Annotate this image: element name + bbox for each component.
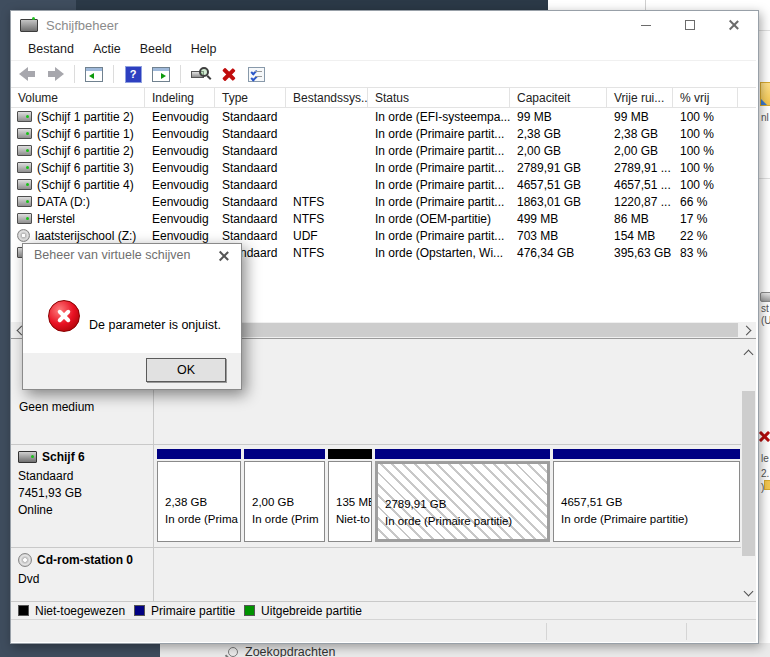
scroll-right-button[interactable] [739,322,756,338]
window-title: Schijfbeheer [46,18,118,33]
volume-free: 154 MB [607,229,673,243]
vertical-scrollbar[interactable] [741,345,756,601]
error-icon [48,300,80,332]
legend-bar: Niet-toegewezen Primaire partitie Uitgeb… [11,601,756,619]
column-header[interactable]: Type [215,88,286,107]
column-header[interactable]: Vrije rui... [607,88,673,107]
menu-item[interactable]: Actie [84,40,131,59]
show-action-pane-button[interactable] [149,64,173,84]
volume-type: Standaard [215,110,286,124]
volume-row[interactable]: DATA (D:) Eenvoudig Standaard NTFS In or… [11,193,756,210]
volume-row[interactable]: (Schijf 1 partitie 2) Eenvoudig Standaar… [11,108,756,125]
show-console-tree-button[interactable] [82,64,106,84]
rescan-disks-button[interactable] [188,64,212,84]
toolbar: ? [11,61,756,88]
volume-list-header: Volume Indeling Type Bestandssys... Stat… [11,88,756,108]
partition-block[interactable]: 135 MB Niet-to [328,449,372,542]
volume-filesystem: UDF [286,229,368,243]
action-pane-icon [152,67,170,82]
scroll-up-button[interactable] [741,345,756,361]
maximize-button[interactable] [668,11,712,39]
help-button[interactable]: ? [121,64,145,84]
volume-capacity: 2,00 GB [510,144,607,158]
volume-status: In orde (Primaire partit... [368,195,510,209]
delete-button[interactable] [216,64,240,84]
volume-list-rows: (Schijf 1 partitie 2) Eenvoudig Standaar… [11,108,756,261]
volume-pct-free: 100 % [673,110,738,124]
close-button[interactable] [712,11,756,39]
volume-pct-free: 22 % [673,229,738,243]
volume-row[interactable]: (Schijf 6 partitie 2) Eenvoudig Standaar… [11,142,756,159]
partition-type-bar [553,449,740,459]
legend-label: Primaire partitie [151,604,235,618]
partition-block[interactable]: 2,38 GB In orde (Prima [157,449,241,542]
scroll-down-button[interactable] [741,585,756,601]
volume-status: In orde (Primaire partit... [368,178,510,192]
volume-free: 2,38 GB [607,127,673,141]
minimize-button[interactable] [624,11,668,39]
legend-item: Uitgebreide partitie [244,604,362,618]
column-header[interactable]: Volume [11,88,145,107]
background-explorer-strip: nl st (U le 2. ) [758,10,770,643]
disk-name: Cd-rom-station 0 [37,553,133,567]
background-explorer-bottom: Zoekopdrachten [160,643,770,657]
back-icon [19,67,36,81]
dialog-close-icon[interactable] [211,246,237,265]
column-header[interactable]: Status [368,88,510,107]
volume-status: In orde (OEM-partitie) [368,212,510,226]
volume-type: Standaard [215,195,286,209]
partition-status: Niet-to [336,511,372,528]
desktop-strip-left [0,10,10,643]
disk-management-app-icon [20,19,38,32]
vertical-scrollbar-thumb[interactable] [742,391,755,556]
clipped-text: 2. [761,468,769,479]
disk-row-schijf6: Schijf 6 Standaard 7451,93 GB Online 2,3… [11,444,756,547]
disk-info-panel[interactable]: Cd-rom-station 0 Dvd [11,548,153,601]
menu-item[interactable]: Bestand [19,40,84,59]
toolbar-separator [74,65,75,83]
column-header[interactable]: % vrij [673,88,738,107]
volume-status: In orde (Opstarten, Wi... [368,246,510,260]
partition-block[interactable]: 2,00 GB In orde (Prim [244,449,325,542]
volume-capacity: 1863,01 GB [510,195,607,209]
volume-status: In orde (Primaire partit... [368,161,510,175]
volume-pct-free: 100 % [673,178,738,192]
partition-body: 2,38 GB In orde (Prima [157,461,241,542]
column-header[interactable]: Bestandssys... [286,88,368,107]
volume-row[interactable]: Herstel Eenvoudig Standaard NTFS In orde… [11,210,756,227]
partition-block[interactable]: 4657,51 GB In orde (Primaire partitie) [553,449,740,542]
volume-row[interactable]: (Schijf 6 partitie 1) Eenvoudig Standaar… [11,125,756,142]
desktop-strip-top [76,0,548,10]
volume-capacity: 703 MB [510,229,607,243]
forward-button[interactable] [43,64,67,84]
partition-size: 2789,91 GB [385,496,512,513]
volume-row[interactable]: (Schijf 6 partitie 3) Eenvoudig Standaar… [11,159,756,176]
column-header[interactable]: Indeling [145,88,215,107]
properties-button[interactable] [244,64,268,84]
volume-row[interactable]: laatsterijschool (Z:) Eenvoudig Standaar… [11,227,756,244]
dialog-title-bar[interactable]: Beheer van virtuele schijven [23,244,241,266]
volume-layout: Eenvoudig [145,110,215,124]
search-icon [228,647,238,657]
partition-size: 2,38 GB [165,494,238,511]
back-button[interactable] [15,64,39,84]
column-header[interactable]: Capaciteit [510,88,607,107]
properties-list-icon [248,67,265,82]
volume-icon [17,128,32,139]
volume-row[interactable]: (Schijf 6 partitie 4) Eenvoudig Standaar… [11,176,756,193]
partition-status: In orde (Primaire partitie) [385,513,512,530]
partition-status: In orde (Primaire partitie) [561,511,688,528]
partition-block[interactable]: 2789,91 GB In orde (Primaire partitie) [375,449,550,542]
partition-body: 4657,51 GB In orde (Primaire partitie) [553,461,740,542]
volume-layout: Eenvoudig [145,195,215,209]
ok-button[interactable]: OK [146,358,226,382]
volume-layout: Eenvoudig [145,178,215,192]
menu-item[interactable]: Beeld [131,40,182,59]
clipped-text: (U [761,315,770,326]
title-bar[interactable]: Schijfbeheer [11,11,756,39]
volume-free: 4657,51 ... [607,178,673,192]
volume-type: Standaard [215,127,286,141]
folder-icon-small [764,480,770,490]
menu-item[interactable]: Help [182,40,227,59]
legend-swatch [18,605,29,616]
